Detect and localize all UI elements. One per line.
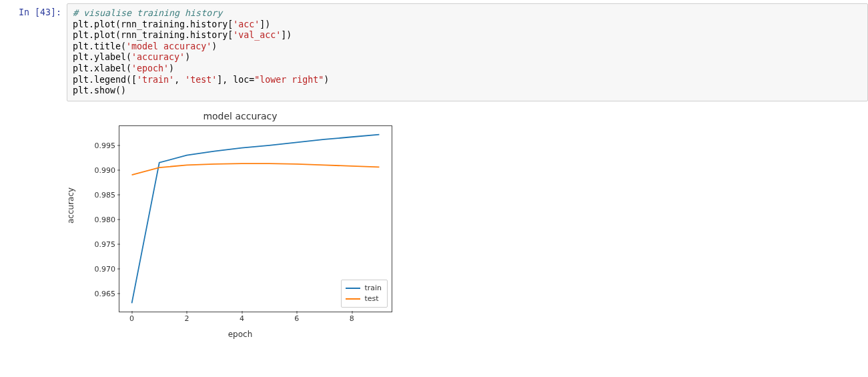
legend-row-train: train [346,283,382,294]
chart-series-train [132,134,380,303]
chart-xtick: 8 [350,312,354,323]
code[interactable]: # visualise training history plt.plot(rn… [73,8,862,97]
chart-ylabel: accuracy [66,187,75,224]
chart-series-test [132,163,380,175]
chart-xtick: 6 [294,312,299,323]
chart-xlabel: epoch [67,330,414,339]
chart-ytick: 0.985 [95,190,120,199]
legend-label-train: train [364,283,382,294]
chart-ytick: 0.975 [95,240,120,248]
legend-swatch-test [346,298,360,300]
chart-figure: model accuracy accuracy epoch train test… [67,107,414,340]
legend-swatch-train [346,288,360,289]
chart-ytick: 0.980 [95,215,120,224]
output-row: model accuracy accuracy epoch train test… [0,101,868,340]
notebook-cell: In [43]: # visualise training history pl… [0,0,868,101]
chart-xtick: 4 [240,312,244,323]
chart-ytick: 0.995 [95,141,120,149]
code-comment: # visualise training history [73,8,222,18]
chart-xtick: 0 [129,312,134,323]
chart-axes: train test 0.9650.9700.9750.9800.9850.99… [119,125,392,312]
legend-label-test: test [364,294,378,304]
chart-ytick: 0.990 [95,165,120,174]
chart-ytick: 0.970 [95,264,120,273]
legend-row-test: test [346,294,382,304]
chart-title: model accuracy [67,111,414,121]
output-area: model accuracy accuracy epoch train test… [67,101,868,340]
chart-ytick: 0.965 [95,289,120,298]
chart-legend: train test [341,280,388,308]
input-prompt: In [43]: [0,3,67,17]
chart-xtick: 2 [184,312,189,323]
code-input-area[interactable]: # visualise training history plt.plot(rn… [67,3,868,101]
